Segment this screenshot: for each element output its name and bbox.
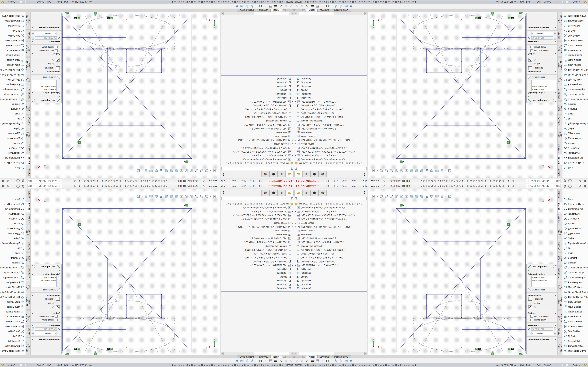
tool-center-rectangle[interactable]: Center Rectangle: [0, 270, 26, 275]
tab-evaluate[interactable]: Evaluate: [26, 115, 30, 127]
clock-blue-icon[interactable]: [339, 5, 343, 8]
tool-trim-entities[interactable]: Trim Entities: [562, 329, 588, 334]
tree-item-sensors[interactable]: ○25+3Ɛ25○ИN◎◦+ƆƐ3Ɛ25○◦○253Ɛ3Ɔ+◦◎NИ○: [295, 213, 367, 217]
expand-arrow[interactable]: ▶: [295, 222, 297, 224]
tool-point[interactable]: Point: [0, 111, 26, 117]
tool-parallelogram[interactable]: Parallelogram: [562, 280, 588, 285]
pm-section-parameters[interactable]: Parameters▴: [31, 40, 61, 43]
tool-rotate-entities[interactable]: Rotate Entities: [562, 309, 588, 314]
menu-view[interactable]: View: [340, 178, 349, 184]
status-display-mode[interactable]: Custom▴: [5, 1, 17, 3]
checkbox[interactable]: [55, 319, 58, 321]
tool-perimeter-circle[interactable]: Perimeter Circle: [562, 160, 588, 165]
tool-centerpoint-arc[interactable]: Centerpoint Arc: [562, 207, 588, 211]
tree-item-lights[interactable]: ○25◦ΩЖжAШ○◦○ШAжЖΩ◦25○: [295, 236, 367, 240]
pm-section-existing[interactable]: Existing Relations▴: [31, 92, 61, 95]
tree-item-annot[interactable]: ▶A○25ИN◎◦+A+◎ИNA○◦○AИN◎+A+◦◎NИ25○: [221, 138, 293, 142]
tab-nav-1[interactable]: ◂: [297, 8, 300, 11]
filter-input[interactable]: [298, 167, 367, 170]
tree-item-origin[interactable]: ○ИN◦g6◦ж◎○◦○◎ж◦6g◦NИ○: [221, 259, 293, 263]
option-for-construction[interactable]: For construction: [527, 49, 557, 52]
tool-mirror-entities[interactable]: Mirror Entities: [0, 285, 26, 290]
panel-tab-0[interactable]: [294, 171, 303, 177]
help-icon[interactable]: ?: [568, 179, 572, 183]
menu-window[interactable]: Window: [369, 184, 381, 189]
relations-listbox[interactable]: Collinear108Equal length109: [32, 80, 57, 91]
spin-down[interactable]: ▾: [554, 334, 556, 335]
tab-data-migration[interactable]: Data Migration: [558, 310, 562, 325]
flag-muted-icon[interactable]: [321, 5, 324, 8]
tool-copy-entities[interactable]: Copy Entities: [562, 63, 588, 67]
doc-tab-model[interactable]: Model: [306, 8, 317, 12]
tool-polygon[interactable]: Polygon: [0, 102, 26, 107]
folder-blue-icon[interactable]: [344, 5, 348, 8]
tool-corner-rectangle[interactable]: Corner Rectangle: [562, 87, 588, 92]
add-relation-horizontal[interactable]: Horizontal: [31, 297, 61, 301]
tree-item-annot[interactable]: ▶A○25ИN◎◦+A+◎ИNA○◦○AИN◎+A+◦◎NИ25○: [295, 225, 367, 229]
spin-up[interactable]: ▴: [554, 327, 556, 329]
tree-item-design-binder[interactable]: ▶Design Binder: [295, 142, 367, 146]
spinner[interactable]: ▴▾: [554, 327, 556, 331]
tool-intersection-curve[interactable]: Intersection Curve: [562, 349, 588, 353]
checkbox[interactable]: [530, 46, 533, 48]
tab-evaluate[interactable]: Evaluate: [558, 240, 562, 252]
tree-item-design-binder[interactable]: ▶Design Binder: [221, 142, 293, 146]
fix-relation-icon[interactable]: [56, 306, 60, 309]
tab-nav-2[interactable]: ▸: [300, 356, 303, 359]
spin-up[interactable]: ▴: [554, 33, 556, 35]
spin-down[interactable]: ▾: [32, 334, 34, 335]
chart-icon[interactable]: [326, 5, 329, 8]
tool-style-spline[interactable]: Style Spline: [0, 231, 26, 236]
tab-nav-1[interactable]: ◂: [288, 8, 291, 11]
tree-item-lockfolder[interactable]: ▶○253ƐИNAΩ+○◦○+ΩAИNƐ352○: [295, 263, 367, 267]
bars-icon[interactable]: [311, 359, 314, 363]
filter-input[interactable]: [221, 197, 290, 200]
tool-3-point-center-recta-[interactable]: 3 Point Center Recta...: [0, 265, 26, 270]
tool-3-point-arc[interactable]: 3 Point Arc: [0, 146, 26, 151]
option-for-construction[interactable]: For construction: [31, 49, 61, 52]
pm-section-additional[interactable]: Additional Parameters▾: [31, 337, 61, 341]
menu-edit[interactable]: Edit: [248, 178, 256, 184]
pin-icon[interactable]: [382, 185, 385, 187]
search-icon[interactable]: [30, 180, 32, 182]
tool-ellipse[interactable]: Ellipse: [0, 221, 26, 226]
pm-section-existing[interactable]: Existing Relations▴: [31, 272, 61, 275]
tool-intersection-curve[interactable]: Intersection Curve: [0, 14, 26, 18]
tab-data-migration[interactable]: Data Migration: [558, 42, 562, 57]
tree-item-sketch5[interactable]: (-)Sketch5: [295, 84, 367, 88]
tab-mbd-dimensions[interactable]: MBD Dimensions: [558, 12, 562, 30]
clock-blue-icon[interactable]: [245, 359, 249, 363]
length-input[interactable]: 10.88152731: [531, 327, 553, 331]
tool-equation-driven-curve[interactable]: fxEquation Driven Curve: [0, 241, 26, 246]
tree-item-sketch1[interactable]: (-)Sketch1: [295, 267, 367, 271]
vertical-relation-icon[interactable]: [56, 62, 60, 66]
grid-icon[interactable]: [316, 5, 319, 8]
tree-item-sketch2[interactable]: (-)Sketch2: [295, 92, 367, 96]
tree-item-history[interactable]: ▶○Λж◎+25◦Ɔ○◦○Ɔ◦52+◎жΛ○: [221, 209, 293, 213]
tree-item-sketch1[interactable]: (-)Sketch1: [295, 96, 367, 100]
tree-item-material-not-specified-[interactable]: Material <not specified>: [295, 119, 367, 123]
tool-spline[interactable]: Spline: [0, 126, 26, 131]
length-input[interactable]: 10.88152731: [35, 36, 57, 40]
pm-section-options[interactable]: Options▴: [527, 311, 557, 315]
panel-tab-1[interactable]: [277, 190, 285, 196]
tool-parallelogram[interactable]: Parallelogram: [0, 280, 26, 285]
spin-up[interactable]: ▴: [32, 33, 34, 35]
spin-down[interactable]: ▾: [32, 329, 34, 331]
filter-input[interactable]: [221, 167, 290, 170]
tool-mirror-entities[interactable]: Mirror Entities: [562, 77, 588, 82]
pm-ok-button[interactable]: [527, 95, 557, 98]
spinner[interactable]: ▴▾: [554, 32, 556, 35]
tree-item-surface-bodies[interactable]: Surface Bodies: [221, 229, 293, 233]
tree-item-plane[interactable]: ○+Ɔ5Ɔ◦ж○Ж◉Ι○◦○Ι◉Ж○ж◦Ɔ5Ɔ+○: [221, 256, 293, 259]
tab-sheet-metal[interactable]: Sheet Metal: [26, 101, 30, 115]
panel-tab-2[interactable]: [311, 190, 319, 196]
angle-input[interactable]: 0.00000000°: [35, 332, 57, 335]
checkbox[interactable]: [55, 50, 58, 52]
tool-line[interactable]: Line: [562, 246, 588, 250]
spinner[interactable]: ▴▾: [32, 36, 34, 40]
pm-ok-button[interactable]: [31, 269, 61, 272]
tool-copy-entities[interactable]: Copy Entities: [0, 300, 26, 304]
pm-section-additional[interactable]: Additional Parameters▾: [527, 26, 557, 30]
checkbox[interactable]: [530, 315, 533, 317]
